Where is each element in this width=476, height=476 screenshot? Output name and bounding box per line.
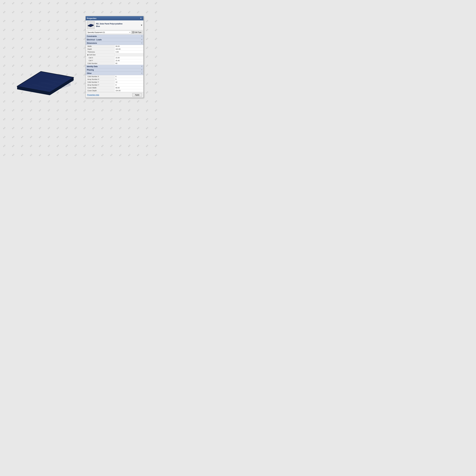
apply-button[interactable]: Apply <box>132 93 142 97</box>
svg-rect-24 <box>132 31 133 32</box>
prop-label-dimensions-1: Depth <box>86 48 115 51</box>
prop-row-other-2: Cells Number Y10 <box>86 81 143 84</box>
prop-row-dimensions-5: Cell Y15.40 <box>86 59 143 62</box>
section-header-identity_data[interactable]: Identity Data« <box>86 65 143 68</box>
prop-label-other-0: Cells Number X <box>86 75 115 78</box>
prop-label-other-1: Array Number X <box>86 78 115 81</box>
section-expand-phasing: « <box>141 69 142 70</box>
panel-title: Properties <box>87 17 96 19</box>
svg-rect-27 <box>133 33 134 33</box>
section-header-dimensions[interactable]: Dimensions» <box>86 41 143 45</box>
panel-header: RD_Solar Panel Polycrystalline Blue ▾ <box>86 20 143 30</box>
prop-value-other-2[interactable]: 10 <box>115 81 143 84</box>
properties-table: Constraints«Electrical - Loads«Dimension… <box>86 35 143 92</box>
section-label-other: Other <box>87 72 92 74</box>
prop-value-dimensions-0[interactable]: 99.00 <box>115 45 143 48</box>
component-name: RD_Solar Panel Polycrystalline Blue <box>96 23 122 28</box>
prop-value-other-5[interactable]: 154.00 <box>115 89 143 92</box>
prop-row-other-4: Cover Width90.00 <box>86 86 143 89</box>
prop-value-dimensions-2[interactable]: 3.00 <box>115 51 143 53</box>
section-expand-dimensions: » <box>141 42 142 44</box>
prop-label-dimensions-6: Cells Number <box>86 62 115 65</box>
section-label-identity_data: Identity Data <box>87 66 98 68</box>
section-header-other[interactable]: Other» <box>86 72 143 75</box>
section-label-electrical_loads: Electrical - Loads <box>87 39 102 41</box>
section-label-constraints: Constraints <box>87 35 97 37</box>
component-icon <box>87 21 95 29</box>
edit-type-button[interactable]: Edit Type <box>131 31 142 34</box>
prop-row-other-1: Array Number X5 <box>86 78 143 81</box>
prop-row-other-3: Array Number Y9 <box>86 84 143 86</box>
section-expand-constraints: « <box>141 35 142 37</box>
prop-row-dimensions-4: Cell X15.00 <box>86 56 143 59</box>
svg-rect-26 <box>132 33 133 33</box>
section-expand-electrical_loads: « <box>141 39 142 40</box>
prop-row-dimensions-6: Cells Number60 <box>86 62 143 65</box>
prop-value-other-1[interactable]: 5 <box>115 78 143 81</box>
category-dropdown[interactable]: Specialty Equipment (1) <box>86 31 131 34</box>
prop-value-dimensions-3 <box>115 53 143 56</box>
close-button[interactable]: × <box>139 17 142 20</box>
section-header-phasing[interactable]: Phasing« <box>86 68 143 72</box>
prop-label-dimensions-4: Cell X <box>86 56 115 59</box>
prop-label-dimensions-3: ▶ Cell Size <box>86 53 115 56</box>
prop-value-dimensions-5[interactable]: 15.40 <box>115 59 143 62</box>
prop-row-dimensions-0: Width99.00 <box>86 45 143 48</box>
prop-label-other-3: Array Number Y <box>86 84 115 86</box>
section-expand-other: » <box>141 72 142 74</box>
prop-label-dimensions-5: Cell Y <box>86 59 115 62</box>
prop-row-dimensions-3: ▶ Cell Size <box>86 53 143 56</box>
section-header-constraints[interactable]: Constraints« <box>86 35 143 38</box>
prop-row-other-5: Cover Depth154.00 <box>86 89 143 92</box>
svg-rect-25 <box>133 31 134 32</box>
prop-label-dimensions-2: Thickness <box>86 51 115 53</box>
section-header-electrical_loads[interactable]: Electrical - Loads« <box>86 38 143 41</box>
prop-value-dimensions-1[interactable]: 163.00 <box>115 48 143 51</box>
prop-row-dimensions-2: Thickness3.00 <box>86 51 143 53</box>
section-label-phasing: Phasing <box>87 69 94 71</box>
prop-label-dimensions-0: Width <box>86 45 115 48</box>
panel-footer: Properties help Apply <box>86 92 143 98</box>
prop-label-other-5: Cover Depth <box>86 89 115 92</box>
section-expand-identity_data: « <box>141 66 142 67</box>
edit-type-icon <box>132 31 134 33</box>
prop-value-other-0[interactable]: 6 <box>115 75 143 78</box>
prop-value-other-3[interactable]: 9 <box>115 84 143 86</box>
properties-help-link[interactable]: Properties help <box>87 94 99 96</box>
prop-label-other-4: Cover Width <box>86 86 115 89</box>
prop-row-dimensions-1: Depth163.00 <box>86 48 143 51</box>
prop-value-dimensions-6[interactable]: 60 <box>115 62 143 65</box>
header-dropdown-arrow[interactable]: ▾ <box>141 23 142 27</box>
section-label-dimensions: Dimensions <box>87 42 97 44</box>
panel-titlebar: Properties × <box>86 16 143 20</box>
prop-value-dimensions-4[interactable]: 15.00 <box>115 56 143 59</box>
dropdown-row: Specialty Equipment (1) ▾ Edit Type <box>86 30 143 35</box>
solar-panel-illustration <box>11 56 77 99</box>
properties-scroll-area[interactable]: Constraints«Electrical - Loads«Dimension… <box>86 35 143 92</box>
prop-row-other-0: Cells Number X6 <box>86 75 143 78</box>
properties-panel: Properties × RD_Solar Panel Polycrystall… <box>85 16 144 98</box>
prop-label-other-2: Cells Number Y <box>86 81 115 84</box>
prop-value-other-4[interactable]: 90.00 <box>115 86 143 89</box>
